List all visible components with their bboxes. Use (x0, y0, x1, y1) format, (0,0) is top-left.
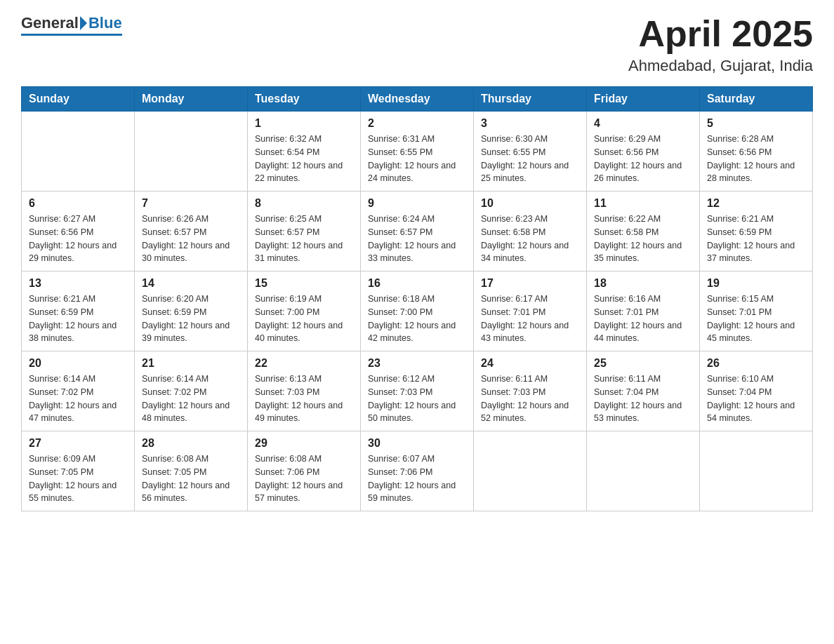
day-info: Sunrise: 6:21 AMSunset: 6:59 PMDaylight:… (29, 293, 127, 345)
calendar-cell: 20Sunrise: 6:14 AMSunset: 7:02 PMDayligh… (22, 351, 135, 431)
day-info: Sunrise: 6:08 AMSunset: 7:06 PMDaylight:… (255, 452, 353, 505)
day-number: 14 (142, 277, 240, 290)
day-number: 1 (255, 117, 353, 130)
logo: General Blue (21, 14, 122, 36)
day-number: 26 (707, 357, 805, 370)
calendar-cell: 15Sunrise: 6:19 AMSunset: 7:00 PMDayligh… (248, 271, 361, 351)
logo-blue-text: Blue (88, 14, 122, 32)
title-block: April 2025 Ahmedabad, Gujarat, India (628, 14, 813, 75)
day-info: Sunrise: 6:18 AMSunset: 7:00 PMDaylight:… (368, 293, 466, 345)
day-info: Sunrise: 6:08 AMSunset: 7:05 PMDaylight:… (142, 452, 240, 505)
day-number: 7 (142, 197, 240, 210)
day-number: 5 (707, 117, 805, 130)
calendar-cell: 8Sunrise: 6:25 AMSunset: 6:57 PMDaylight… (248, 192, 361, 271)
calendar-table: SundayMondayTuesdayWednesdayThursdayFrid… (21, 86, 813, 511)
calendar-cell: 19Sunrise: 6:15 AMSunset: 7:01 PMDayligh… (700, 271, 813, 351)
day-number: 10 (481, 197, 579, 210)
day-number: 2 (368, 117, 466, 130)
day-info: Sunrise: 6:15 AMSunset: 7:01 PMDaylight:… (707, 293, 805, 345)
calendar-week-3: 13Sunrise: 6:21 AMSunset: 6:59 PMDayligh… (22, 271, 813, 351)
day-number: 23 (368, 357, 466, 370)
day-number: 20 (29, 357, 127, 370)
day-info: Sunrise: 6:09 AMSunset: 7:05 PMDaylight:… (29, 452, 127, 505)
day-number: 12 (707, 197, 805, 210)
day-number: 27 (29, 437, 127, 450)
header-row: SundayMondayTuesdayWednesdayThursdayFrid… (22, 87, 813, 112)
day-info: Sunrise: 6:11 AMSunset: 7:03 PMDaylight:… (481, 373, 579, 425)
calendar-cell: 26Sunrise: 6:10 AMSunset: 7:04 PMDayligh… (700, 351, 813, 431)
day-info: Sunrise: 6:27 AMSunset: 6:56 PMDaylight:… (29, 213, 127, 265)
calendar-cell: 16Sunrise: 6:18 AMSunset: 7:00 PMDayligh… (361, 271, 474, 351)
day-info: Sunrise: 6:12 AMSunset: 7:03 PMDaylight:… (368, 373, 466, 425)
day-number: 4 (594, 117, 692, 130)
day-info: Sunrise: 6:10 AMSunset: 7:04 PMDaylight:… (707, 373, 805, 425)
day-number: 18 (594, 277, 692, 290)
calendar-cell: 25Sunrise: 6:11 AMSunset: 7:04 PMDayligh… (587, 351, 700, 431)
day-number: 29 (255, 437, 353, 450)
calendar-body: 1Sunrise: 6:32 AMSunset: 6:54 PMDaylight… (22, 112, 813, 511)
calendar-cell: 30Sunrise: 6:07 AMSunset: 7:06 PMDayligh… (361, 431, 474, 511)
day-info: Sunrise: 6:24 AMSunset: 6:57 PMDaylight:… (368, 213, 466, 265)
day-number: 11 (594, 197, 692, 210)
day-number: 24 (481, 357, 579, 370)
day-info: Sunrise: 6:22 AMSunset: 6:58 PMDaylight:… (594, 213, 692, 265)
calendar-cell: 6Sunrise: 6:27 AMSunset: 6:56 PMDaylight… (22, 192, 135, 271)
day-info: Sunrise: 6:32 AMSunset: 6:54 PMDaylight:… (255, 133, 353, 185)
calendar-cell: 7Sunrise: 6:26 AMSunset: 6:57 PMDaylight… (135, 192, 248, 271)
calendar-cell: 29Sunrise: 6:08 AMSunset: 7:06 PMDayligh… (248, 431, 361, 511)
day-info: Sunrise: 6:11 AMSunset: 7:04 PMDaylight:… (594, 373, 692, 425)
day-number: 19 (707, 277, 805, 290)
logo-underline (21, 34, 122, 36)
calendar-cell: 9Sunrise: 6:24 AMSunset: 6:57 PMDaylight… (361, 192, 474, 271)
calendar-cell (22, 112, 135, 192)
day-info: Sunrise: 6:20 AMSunset: 6:59 PMDaylight:… (142, 293, 240, 345)
calendar-week-2: 6Sunrise: 6:27 AMSunset: 6:56 PMDaylight… (22, 192, 813, 271)
day-info: Sunrise: 6:26 AMSunset: 6:57 PMDaylight:… (142, 213, 240, 265)
column-header-thursday: Thursday (474, 87, 587, 112)
day-number: 21 (142, 357, 240, 370)
calendar-cell: 3Sunrise: 6:30 AMSunset: 6:55 PMDaylight… (474, 112, 587, 192)
day-number: 30 (368, 437, 466, 450)
calendar-cell (587, 431, 700, 511)
day-number: 17 (481, 277, 579, 290)
calendar-cell (135, 112, 248, 192)
calendar-cell: 2Sunrise: 6:31 AMSunset: 6:55 PMDaylight… (361, 112, 474, 192)
calendar-cell: 23Sunrise: 6:12 AMSunset: 7:03 PMDayligh… (361, 351, 474, 431)
day-number: 13 (29, 277, 127, 290)
page-title: April 2025 (628, 14, 813, 54)
calendar-cell: 13Sunrise: 6:21 AMSunset: 6:59 PMDayligh… (22, 271, 135, 351)
calendar-cell: 12Sunrise: 6:21 AMSunset: 6:59 PMDayligh… (700, 192, 813, 271)
calendar-cell: 4Sunrise: 6:29 AMSunset: 6:56 PMDaylight… (587, 112, 700, 192)
day-number: 6 (29, 197, 127, 210)
day-info: Sunrise: 6:14 AMSunset: 7:02 PMDaylight:… (142, 373, 240, 425)
column-header-monday: Monday (135, 87, 248, 112)
day-number: 8 (255, 197, 353, 210)
calendar-cell: 1Sunrise: 6:32 AMSunset: 6:54 PMDaylight… (248, 112, 361, 192)
day-number: 25 (594, 357, 692, 370)
day-info: Sunrise: 6:19 AMSunset: 7:00 PMDaylight:… (255, 293, 353, 345)
calendar-cell: 18Sunrise: 6:16 AMSunset: 7:01 PMDayligh… (587, 271, 700, 351)
day-info: Sunrise: 6:17 AMSunset: 7:01 PMDaylight:… (481, 293, 579, 345)
day-number: 3 (481, 117, 579, 130)
calendar-cell: 11Sunrise: 6:22 AMSunset: 6:58 PMDayligh… (587, 192, 700, 271)
day-info: Sunrise: 6:30 AMSunset: 6:55 PMDaylight:… (481, 133, 579, 185)
day-number: 16 (368, 277, 466, 290)
logo-general-text: General (21, 14, 79, 32)
day-number: 15 (255, 277, 353, 290)
calendar-cell: 5Sunrise: 6:28 AMSunset: 6:56 PMDaylight… (700, 112, 813, 192)
calendar-header: SundayMondayTuesdayWednesdayThursdayFrid… (22, 87, 813, 112)
calendar-week-5: 27Sunrise: 6:09 AMSunset: 7:05 PMDayligh… (22, 431, 813, 511)
day-info: Sunrise: 6:29 AMSunset: 6:56 PMDaylight:… (594, 133, 692, 185)
calendar-week-4: 20Sunrise: 6:14 AMSunset: 7:02 PMDayligh… (22, 351, 813, 431)
column-header-sunday: Sunday (22, 87, 135, 112)
calendar-cell: 27Sunrise: 6:09 AMSunset: 7:05 PMDayligh… (22, 431, 135, 511)
calendar-cell: 22Sunrise: 6:13 AMSunset: 7:03 PMDayligh… (248, 351, 361, 431)
calendar-cell: 17Sunrise: 6:17 AMSunset: 7:01 PMDayligh… (474, 271, 587, 351)
column-header-wednesday: Wednesday (361, 87, 474, 112)
calendar-cell: 14Sunrise: 6:20 AMSunset: 6:59 PMDayligh… (135, 271, 248, 351)
day-info: Sunrise: 6:31 AMSunset: 6:55 PMDaylight:… (368, 133, 466, 185)
calendar-cell: 24Sunrise: 6:11 AMSunset: 7:03 PMDayligh… (474, 351, 587, 431)
calendar-cell (700, 431, 813, 511)
calendar-week-1: 1Sunrise: 6:32 AMSunset: 6:54 PMDaylight… (22, 112, 813, 192)
day-info: Sunrise: 6:25 AMSunset: 6:57 PMDaylight:… (255, 213, 353, 265)
